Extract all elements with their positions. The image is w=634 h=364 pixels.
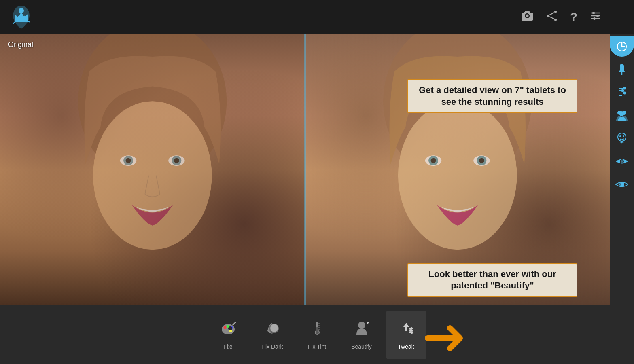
tooltip-tablet-view: Get a detailed view on 7" tablets to see… [407, 79, 577, 113]
face-left-art [0, 34, 305, 305]
right-sidebar [610, 34, 634, 305]
tooltip-bottom-text: Look better than ever with our patented … [415, 269, 570, 292]
fix-tint-button[interactable]: Fix Tint [297, 311, 337, 359]
svg-line-7 [549, 13, 554, 15]
svg-point-22 [174, 158, 179, 163]
sidebar-eye-outline-button[interactable] [611, 174, 632, 195]
svg-point-72 [409, 329, 411, 332]
svg-line-8 [549, 17, 554, 19]
sidebar-temperature-button[interactable] [611, 82, 632, 103]
bottom-toolbar: Fix! Fix Dark [0, 305, 634, 364]
original-image [0, 34, 305, 305]
svg-point-24 [398, 101, 517, 250]
svg-point-47 [621, 160, 623, 163]
beautify-icon [353, 320, 370, 340]
fix-dark-icon [264, 320, 281, 340]
svg-point-45 [623, 135, 624, 137]
fix-dark-button[interactable]: Fix Dark [252, 311, 293, 359]
fix-dark-label: Fix Dark [262, 343, 283, 350]
fix-button[interactable]: Fix! [208, 311, 248, 359]
sidebar-group-button[interactable] [611, 105, 632, 126]
tooltip-beautify: Look better than ever with our patented … [407, 263, 577, 297]
svg-point-3 [526, 14, 528, 17]
sidebar-pin-button[interactable] [611, 59, 632, 80]
camera-button[interactable] [521, 9, 534, 25]
svg-point-16 [93, 101, 212, 250]
tweak-icon [398, 320, 415, 340]
settings-button[interactable] [589, 10, 602, 25]
beautify-button[interactable]: Beautify [341, 311, 382, 359]
fix-tint-label: Fix Tint [308, 343, 326, 350]
svg-point-6 [554, 19, 557, 21]
svg-point-0 [19, 8, 24, 13]
fix-icon [220, 320, 237, 340]
svg-point-49 [621, 184, 623, 186]
main-content: Original Get a detailed view on 7" table… [0, 34, 610, 305]
svg-point-37 [624, 87, 626, 89]
svg-point-12 [592, 12, 595, 14]
app-logo [8, 4, 34, 30]
svg-point-44 [619, 135, 621, 137]
svg-point-13 [596, 15, 599, 17]
sidebar-eye-button[interactable] [611, 151, 632, 172]
original-label: Original [8, 40, 33, 49]
svg-point-19 [126, 158, 131, 163]
svg-point-55 [228, 326, 232, 330]
svg-point-58 [270, 324, 278, 332]
svg-point-14 [593, 17, 596, 20]
fix-tint-icon [309, 320, 326, 340]
svg-point-66 [316, 331, 319, 334]
tweak-label: Tweak [398, 343, 414, 350]
header: ? [0, 0, 634, 34]
logo-area [8, 4, 49, 30]
svg-point-4 [554, 11, 557, 13]
svg-point-39 [624, 92, 626, 94]
svg-point-71 [410, 327, 413, 330]
svg-point-73 [411, 331, 413, 334]
beautify-label: Beautify [351, 343, 372, 350]
svg-point-27 [430, 158, 436, 163]
sidebar-palette-active[interactable] [610, 36, 634, 57]
tweak-button[interactable]: Tweak [386, 311, 426, 359]
svg-point-5 [547, 15, 549, 17]
svg-point-51 [223, 326, 226, 329]
image-area: Original Get a detailed view on 7" table… [0, 34, 610, 305]
header-right: ? [521, 9, 602, 25]
help-button[interactable]: ? [570, 10, 577, 24]
svg-point-30 [479, 158, 484, 163]
arrow-indicator [424, 322, 472, 356]
split-line [304, 34, 305, 305]
sidebar-face-button[interactable] [611, 128, 632, 149]
tooltip-top-text: Get a detailed view on 7" tablets to see… [415, 85, 570, 108]
share-button[interactable] [546, 10, 558, 25]
svg-point-67 [358, 322, 365, 329]
svg-point-42 [619, 111, 624, 116]
fix-label: Fix! [223, 343, 233, 350]
svg-point-38 [622, 90, 624, 92]
